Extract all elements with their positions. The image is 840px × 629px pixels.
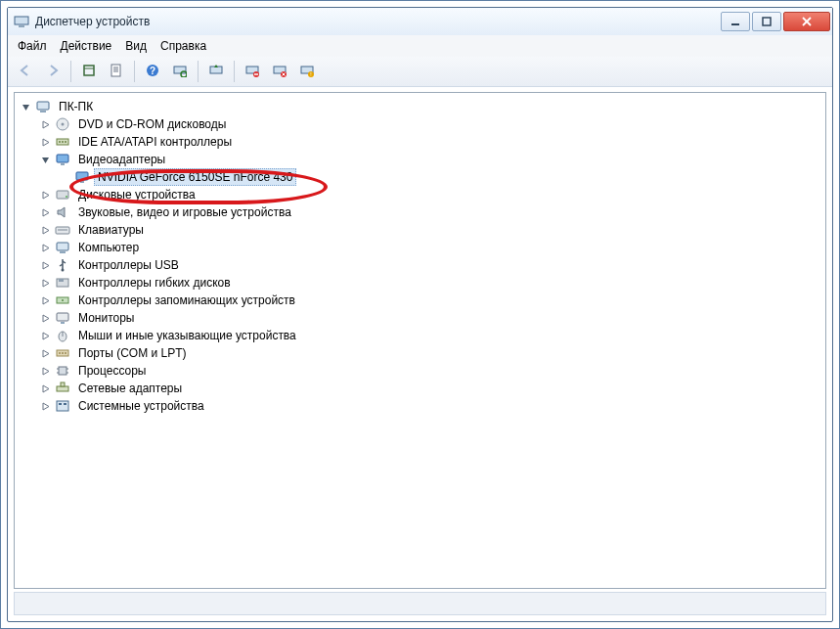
tree-expander-closed[interactable] <box>39 259 51 271</box>
toolbar-enable-button[interactable]: ! <box>295 60 319 83</box>
tree-node-label: NVIDIA GeForce 6150SE nForce 430 <box>94 168 296 186</box>
tree-node[interactable]: Системные устройства <box>39 397 824 415</box>
tree-node[interactable]: Порты (COM и LPT) <box>39 344 824 362</box>
svg-point-34 <box>65 141 66 143</box>
tree-node-label: Мыши и иные указывающие устройства <box>74 327 300 344</box>
toolbar-scan-hardware-button[interactable] <box>168 60 192 83</box>
svg-text:?: ? <box>150 66 155 76</box>
uninstall-icon <box>245 64 259 80</box>
cpu-icon <box>55 363 70 379</box>
svg-rect-67 <box>64 403 66 405</box>
minimize-button[interactable] <box>721 12 750 31</box>
display-icon <box>74 169 90 185</box>
tree-expander-closed[interactable] <box>39 294 51 306</box>
tree-node[interactable]: Дисковые устройства <box>39 186 824 203</box>
tree-node-label: IDE ATA/ATAPI контроллеры <box>74 133 236 151</box>
tree-expander-closed[interactable] <box>39 312 51 324</box>
tree-node-label: DVD и CD-ROM дисководы <box>74 115 230 133</box>
tree-node-label: Клавиатуры <box>74 221 148 239</box>
system-icon <box>55 398 70 414</box>
tree-expander-closed[interactable] <box>39 118 51 130</box>
svg-rect-47 <box>59 279 64 282</box>
floppyc-icon <box>55 275 70 291</box>
tree-node[interactable]: Контроллеры USB <box>39 256 824 274</box>
tree-expander-closed[interactable] <box>39 365 51 377</box>
svg-point-55 <box>59 352 61 354</box>
monitor-icon <box>55 310 70 326</box>
tree-node[interactable]: Сетевые адаптеры <box>39 380 824 397</box>
toolbar-separator <box>198 61 199 82</box>
content-frame: ПК-ПКDVD и CD-ROM дисководыIDE ATA/ATAPI… <box>14 92 826 589</box>
tree-node-label: Видеоадаптеры <box>74 151 169 168</box>
close-button[interactable] <box>783 12 830 31</box>
toolbar-disable-button[interactable] <box>268 60 291 83</box>
svg-point-49 <box>62 299 64 301</box>
device-tree[interactable]: ПК-ПКDVD и CD-ROM дисководыIDE ATA/ATAPI… <box>16 94 824 587</box>
tree-expander-open[interactable] <box>39 154 51 165</box>
maximize-button[interactable] <box>752 12 781 31</box>
svg-point-56 <box>62 352 64 354</box>
tree-expander-closed[interactable] <box>39 330 51 341</box>
tree-expander-closed[interactable] <box>39 206 51 218</box>
tree-node-label: Контроллеры USB <box>74 256 183 274</box>
svg-rect-1 <box>19 25 24 27</box>
tree-expander-closed[interactable] <box>39 242 51 253</box>
menu-view[interactable]: Вид <box>119 37 153 55</box>
window-title: Диспетчер устройств <box>35 15 150 28</box>
svg-point-30 <box>62 123 65 126</box>
titlebar[interactable]: Диспетчер устройств <box>8 8 832 36</box>
tree-expander-closed[interactable] <box>39 400 51 412</box>
tree-root-node[interactable]: ПК-ПК <box>20 98 824 115</box>
tree-node[interactable]: Мониторы <box>39 309 824 327</box>
tree-node-label: Мониторы <box>74 309 138 327</box>
menu-help[interactable]: Справка <box>155 37 212 55</box>
sound-icon <box>55 204 70 220</box>
tree-node[interactable]: Клавиатуры <box>39 221 824 239</box>
toolbar-separator <box>234 61 235 82</box>
tree-expander-closed[interactable] <box>39 277 51 289</box>
svg-rect-0 <box>15 17 28 24</box>
tree-expander-closed[interactable] <box>39 136 51 148</box>
toolbar-update-driver-button[interactable] <box>204 60 228 83</box>
toolbar-help-button[interactable]: ? <box>141 60 164 83</box>
svg-rect-65 <box>57 401 68 411</box>
computer-icon <box>55 240 70 255</box>
tree-node-label: Системные устройства <box>74 397 208 415</box>
toolbar: ?! <box>8 57 832 87</box>
svg-rect-36 <box>61 163 65 165</box>
tree-node[interactable]: Мыши и иные указывающие устройства <box>39 327 824 344</box>
svg-rect-27 <box>37 102 49 110</box>
tree-node[interactable]: Видеоадаптеры <box>39 151 824 168</box>
keyboard-icon <box>55 222 70 238</box>
tree-node[interactable]: Контроллеры гибких дисков <box>39 274 824 292</box>
tree-expander-open[interactable] <box>20 101 31 112</box>
svg-rect-16 <box>210 67 222 73</box>
menu-action[interactable]: Действие <box>55 37 118 55</box>
computer-icon <box>35 99 51 114</box>
tree-node-label: Дисковые устройства <box>74 186 199 203</box>
svg-rect-44 <box>60 251 66 253</box>
tree-expander-closed[interactable] <box>39 382 51 394</box>
storage-icon <box>55 292 70 308</box>
svg-point-40 <box>66 196 67 198</box>
tree-node[interactable]: IDE ATA/ATAPI контроллеры <box>39 133 824 151</box>
toolbar-separator <box>134 61 135 82</box>
toolbar-properties-sheet-button[interactable] <box>105 60 128 83</box>
tree-node[interactable]: Контроллеры запоминающих устройств <box>39 292 824 309</box>
tree-node[interactable]: Компьютер <box>39 239 824 256</box>
tree-node-label: Порты (COM и LPT) <box>74 344 191 362</box>
back-icon <box>19 64 32 80</box>
tree-expander-closed[interactable] <box>39 347 51 359</box>
tree-node[interactable]: Процессоры <box>39 362 824 380</box>
menu-file[interactable]: Файл <box>12 37 53 55</box>
tree-node[interactable]: Звуковые, видео и игровые устройства <box>39 203 824 221</box>
tree-node[interactable]: DVD и CD-ROM дисководы <box>39 115 824 133</box>
tree-node[interactable]: NVIDIA GeForce 6150SE nForce 430 <box>59 168 824 186</box>
tree-expander-closed[interactable] <box>39 189 51 201</box>
toolbar-show-hidden-button[interactable] <box>77 60 101 83</box>
toolbar-uninstall-button[interactable] <box>241 60 264 83</box>
tree-expander-closed[interactable] <box>39 224 51 236</box>
tree-node-label: Звуковые, видео и игровые устройства <box>74 203 295 221</box>
svg-point-33 <box>62 141 64 143</box>
update-driver-icon <box>209 64 223 80</box>
